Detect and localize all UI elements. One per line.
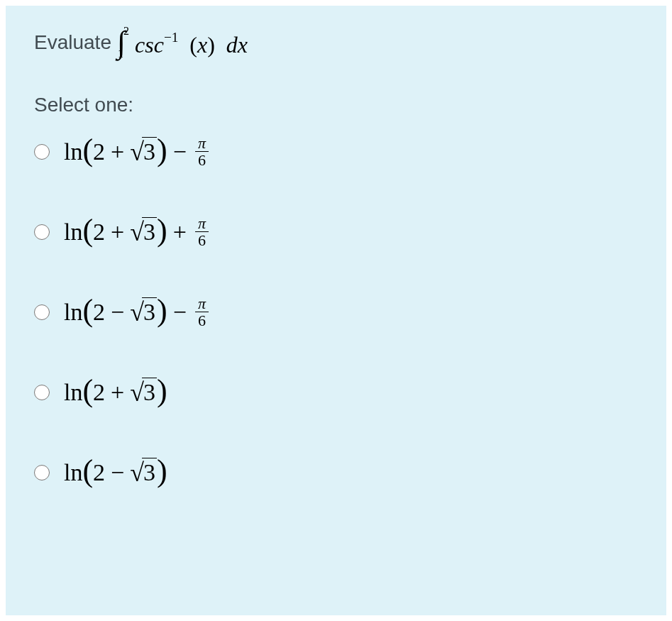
option-inner-op: − xyxy=(111,299,124,326)
option-row: ln ( 2 − √3 ) xyxy=(34,454,638,490)
integral-upper-bound: 2 xyxy=(123,26,129,37)
sqrt-arg: 3 xyxy=(142,378,157,407)
option-fraction: π 6 xyxy=(195,135,209,168)
sqrt-expr: √3 xyxy=(130,217,157,247)
integrand-exponent: −1 xyxy=(164,30,178,45)
option-radio-5[interactable] xyxy=(34,465,50,480)
integral-symbol: ∫ 2 1 xyxy=(117,27,129,58)
frac-num: π xyxy=(195,295,209,312)
option-fraction: π 6 xyxy=(195,215,209,248)
option-tail-op: + xyxy=(173,219,187,246)
integrand-argument: x xyxy=(197,32,207,57)
option-tail-op: − xyxy=(173,299,187,326)
option-ln: ln xyxy=(64,138,82,165)
frac-num: π xyxy=(195,135,209,152)
question-prompt: Evaluate ∫ 2 1 csc−1 (x) dx xyxy=(34,27,638,58)
option-ln: ln xyxy=(64,459,82,486)
integrand-function: csc xyxy=(135,32,164,57)
option-inner-num: 2 xyxy=(93,379,105,406)
sqrt-expr: √3 xyxy=(130,378,157,407)
frac-den: 6 xyxy=(195,232,209,248)
option-row: ln ( 2 − √3 ) − π 6 xyxy=(34,294,638,330)
option-row: ln ( 2 + √3 ) xyxy=(34,374,638,410)
option-inner-num: 2 xyxy=(93,219,105,246)
integral-lower-bound: 1 xyxy=(118,48,123,60)
option-math-1: ln ( 2 + √3 ) − π 6 xyxy=(64,133,211,170)
option-row: ln ( 2 + √3 ) − π 6 xyxy=(34,133,638,170)
option-ln: ln xyxy=(64,219,82,246)
sqrt-arg: 3 xyxy=(142,297,157,327)
option-fraction: π 6 xyxy=(195,295,209,329)
option-radio-2[interactable] xyxy=(34,224,50,240)
option-ln: ln xyxy=(64,379,82,406)
frac-den: 6 xyxy=(195,152,209,168)
option-ln: ln xyxy=(64,299,82,326)
sqrt-expr: √3 xyxy=(130,458,157,488)
option-inner-op: + xyxy=(111,138,124,165)
frac-num: π xyxy=(195,215,209,232)
question-card: Evaluate ∫ 2 1 csc−1 (x) dx Select one: … xyxy=(6,6,666,615)
option-inner-op: − xyxy=(111,459,124,486)
option-radio-3[interactable] xyxy=(34,304,50,320)
question-math: ∫ 2 1 csc−1 (x) dx xyxy=(117,27,248,58)
option-row: ln ( 2 + √3 ) + π 6 xyxy=(34,214,638,250)
option-math-3: ln ( 2 − √3 ) − π 6 xyxy=(64,294,211,330)
sqrt-arg: 3 xyxy=(142,217,157,247)
option-math-5: ln ( 2 − √3 ) xyxy=(64,454,167,490)
question-prefix: Evaluate xyxy=(34,31,111,54)
select-one-label: Select one: xyxy=(34,94,638,116)
sqrt-expr: √3 xyxy=(130,137,157,167)
option-inner-num: 2 xyxy=(93,459,105,486)
option-tail-op: − xyxy=(173,138,187,165)
sqrt-expr: √3 xyxy=(130,297,157,327)
option-radio-1[interactable] xyxy=(34,144,50,160)
sqrt-arg: 3 xyxy=(142,137,157,167)
option-radio-4[interactable] xyxy=(34,385,50,400)
option-inner-num: 2 xyxy=(93,138,105,165)
option-inner-op: + xyxy=(111,219,124,246)
option-math-2: ln ( 2 + √3 ) + π 6 xyxy=(64,214,211,250)
option-math-4: ln ( 2 + √3 ) xyxy=(64,374,167,410)
differential: dx xyxy=(226,32,248,57)
option-inner-op: + xyxy=(111,379,124,406)
frac-den: 6 xyxy=(195,312,209,329)
option-inner-num: 2 xyxy=(93,299,105,326)
sqrt-arg: 3 xyxy=(142,458,157,488)
